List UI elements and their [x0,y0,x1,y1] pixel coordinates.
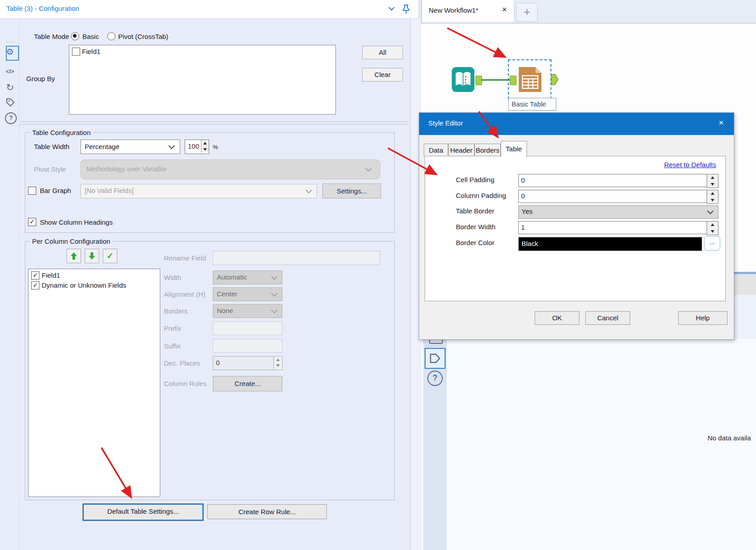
dynamic-fields-label[interactable]: Dynamic or Unknown Fields [42,281,126,289]
show-column-headings-checkbox[interactable]: ✓ [28,218,36,226]
table-width-amount-value: 100 [188,142,199,150]
percent-label: % [213,144,218,150]
prefix-label: Prefix [164,324,181,332]
help-icon[interactable]: ? [5,112,17,124]
create-row-rule-button[interactable]: Create Row Rule... [207,504,327,519]
pivot-style-value: Methodology over Variable [86,165,167,173]
group-by-field1-label[interactable]: Field1 [82,48,100,55]
results-header-sliver [733,295,756,339]
sidebar-dots: ... [6,37,14,44]
metadata-tab-selected[interactable] [425,348,445,369]
code-icon[interactable]: </> [4,66,16,77]
chevron-down-icon [168,143,175,149]
connector-line[interactable] [481,79,510,81]
tab-header[interactable]: Header [448,144,474,157]
chevron-down-icon[interactable] [388,4,397,14]
suffix-input [213,339,282,353]
bar-graph-value: [No Valid Fields] [85,187,134,194]
group-by-field1-checkbox[interactable] [72,48,80,56]
bar-graph-label[interactable]: Bar Graph [40,187,71,194]
border-color-swatch[interactable]: Black [518,237,702,251]
field1-checkbox[interactable]: ✓ [31,271,39,280]
table-border-dropdown[interactable]: Yes [518,205,718,219]
tab-data[interactable]: Data [424,144,448,157]
ok-button[interactable]: OK [535,311,579,325]
refresh-icon[interactable]: ↻ [4,82,16,93]
table-width-label: Table Width [34,143,69,150]
cell-padding-input[interactable]: 0 [518,174,707,187]
tab-new-workflow1[interactable]: New Workflow1* × [422,0,514,22]
show-column-headings-label[interactable]: Show Column Headings [40,218,113,226]
radio-basic[interactable] [71,32,79,40]
move-down-button[interactable] [85,249,99,263]
prefix-input [213,321,282,335]
create-column-rule-button[interactable]: Create... [213,376,282,391]
chevron-down-icon [271,274,278,280]
new-tab-button[interactable]: + [516,3,538,22]
column-padding-spinner[interactable] [707,190,718,204]
table-width-dropdown[interactable]: Percentage [81,140,180,154]
per-column-field-listbox[interactable]: ✓ Field1 ✓ Dynamic or Unknown Fields [28,269,160,497]
borders-value: None [217,307,233,314]
text-input-tool[interactable] [452,67,474,92]
rename-field-input [213,251,380,265]
border-width-spinner[interactable] [707,221,718,235]
amount-spinner[interactable] [201,140,209,153]
cell-padding-spinner[interactable] [707,174,718,188]
default-table-settings-button[interactable]: Default Table Settings... [83,504,203,521]
pin-icon[interactable] [401,4,411,14]
border-width-input[interactable]: 1 [518,221,707,234]
tool-label-box: Basic Table [508,98,556,111]
splitter[interactable] [20,121,409,125]
radio-pivot[interactable] [107,32,115,40]
tag-icon[interactable] [5,97,16,109]
tab-table[interactable]: Table [501,141,527,157]
group-by-listbox[interactable]: Field1 [69,45,336,115]
all-button[interactable]: All [362,46,403,59]
pivot-style-dropdown: Methodology over Variable [81,159,380,179]
border-color-value: Black [522,240,538,247]
alignment-value: Center [217,290,237,298]
dynamic-fields-checkbox[interactable]: ✓ [31,281,39,289]
column-padding-input[interactable]: 0 [518,190,707,203]
results-icon-strip: ? [423,339,446,550]
chevron-down-icon [306,187,312,193]
settings-button[interactable]: Settings... [322,183,381,198]
border-width-value: 1 [521,223,525,231]
move-up-button[interactable] [67,249,81,263]
pivot-style-label: Pivot Style [34,165,66,173]
table-width-value: Percentage [85,143,120,150]
config-sidebar: ... ⚙ </> ↻ ? ✓ [0,18,19,550]
chevron-down-icon [707,208,713,214]
cell-padding-value: 0 [521,176,525,184]
cancel-button[interactable]: Cancel [585,311,630,325]
table-width-amount[interactable]: 100 [185,140,209,154]
width-label: Width [164,274,181,281]
radio-pivot-label[interactable]: Pivot (CrossTab) [118,33,168,40]
tab-title[interactable]: New Workflow1* [429,6,478,14]
gear-icon[interactable]: ⚙ [4,46,16,58]
close-icon[interactable]: × [502,5,507,14]
dec-places-label: Dec. Places [164,359,200,367]
field1-label[interactable]: Field1 [42,271,60,279]
table-tool[interactable] [517,66,543,94]
help-button[interactable]: Help [678,311,727,325]
table-mode-label: Table Mode [34,33,69,40]
color-browse-button[interactable]: ... [704,236,720,251]
bar-graph-checkbox[interactable] [28,187,36,195]
dialog-title-bar[interactable]: Style Editor × [419,113,734,135]
page-title: Table (3) - Configuration [6,5,79,12]
radio-basic-label[interactable]: Basic [82,33,99,40]
dec-places-value: 0 [216,359,220,367]
table-output-anchor[interactable] [551,74,559,87]
reset-to-defaults-link[interactable]: Reset to Defaults [664,161,716,169]
clear-button[interactable]: Clear [362,68,403,82]
per-column-legend: Per Column Configuration [30,237,113,245]
select-all-fields-button[interactable]: ✓ [103,249,117,263]
tab-borders[interactable]: Borders [474,144,501,157]
close-icon[interactable]: × [716,118,727,128]
table-border-label: Table Border [456,207,494,215]
help-icon[interactable]: ? [427,371,443,386]
dec-places-spin-buttons [273,357,282,369]
alignment-dropdown: Center [213,287,282,301]
